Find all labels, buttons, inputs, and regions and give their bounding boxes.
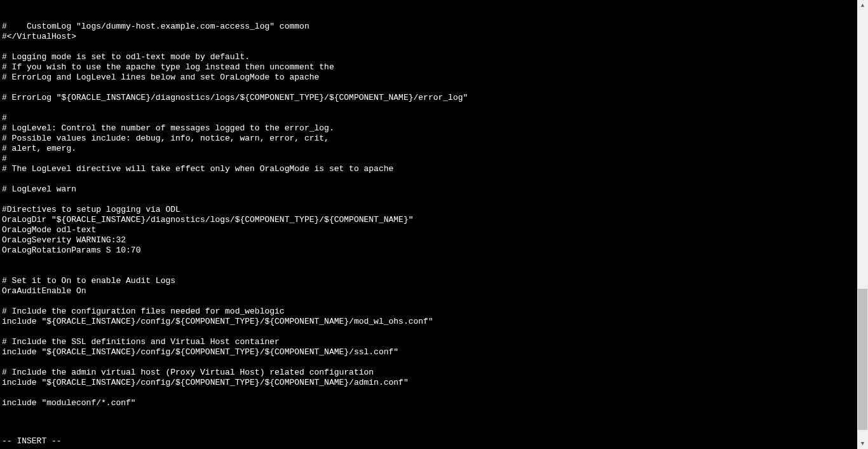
file-line: # LogLevel warn [2, 184, 855, 195]
terminal-viewport[interactable]: # CustomLog "logs/dummy-host.example.com… [0, 0, 857, 449]
file-line: # The LogLevel directive will take effec… [2, 164, 855, 174]
file-line [2, 266, 855, 276]
file-line [2, 418, 855, 429]
file-line: OraAuditEnable On [2, 286, 855, 296]
file-line [2, 327, 855, 337]
file-line [2, 256, 855, 266]
file-line: # LogLevel: Control the number of messag… [2, 123, 855, 134]
file-line: # If you wish to use the apache type log… [2, 62, 855, 73]
file-line: # alert, emerg. [2, 144, 855, 154]
file-line [2, 357, 855, 368]
file-line: OraLogDir "${ORACLE_INSTANCE}/diagnostic… [2, 215, 855, 225]
file-line: # ErrorLog "${ORACLE_INSTANCE}/diagnosti… [2, 93, 855, 103]
file-line [2, 388, 855, 398]
scroll-track[interactable] [857, 11, 868, 438]
file-line: #</VirtualHost> [2, 32, 855, 42]
file-line: # ErrorLog and LogLevel lines below and … [2, 73, 855, 83]
file-line [2, 408, 855, 418]
file-content: # CustomLog "logs/dummy-host.example.com… [2, 22, 855, 429]
file-line: #Directives to setup logging via ODL [2, 205, 855, 215]
file-line: # Possible values include: debug, info, … [2, 134, 855, 144]
file-line: # [2, 113, 855, 123]
file-line [2, 42, 855, 52]
file-line [2, 103, 855, 113]
file-line: # Include the configuration files needed… [2, 307, 855, 317]
file-line: include "${ORACLE_INSTANCE}/config/${COM… [2, 317, 855, 327]
file-line: # [2, 154, 855, 164]
file-line: OraLogRotationParams S 10:70 [2, 245, 855, 256]
file-line: # Include the SSL definitions and Virtua… [2, 337, 855, 347]
vim-status-line: -- INSERT -- [2, 436, 62, 446]
file-line [2, 296, 855, 307]
file-line [2, 195, 855, 205]
file-line [2, 83, 855, 93]
file-line: # Include the admin virtual host (Proxy … [2, 368, 855, 378]
scroll-up-arrow[interactable]: ▲ [857, 0, 868, 11]
scroll-down-arrow[interactable]: ▼ [857, 438, 868, 449]
file-line: include "${ORACLE_INSTANCE}/config/${COM… [2, 378, 855, 388]
file-line: OraLogSeverity WARNING:32 [2, 235, 855, 245]
vertical-scrollbar[interactable]: ▲ ▼ [857, 0, 868, 449]
file-line: include "moduleconf/*.conf" [2, 398, 855, 408]
file-line: # Set it to On to enable Audit Logs [2, 276, 855, 286]
file-line: OraLogMode odl-text [2, 225, 855, 235]
scroll-thumb[interactable] [858, 289, 867, 430]
file-line [2, 174, 855, 184]
file-line: include "${ORACLE_INSTANCE}/config/${COM… [2, 347, 855, 357]
file-line: # CustomLog "logs/dummy-host.example.com… [2, 22, 855, 32]
file-line: # Logging mode is set to odl-text mode b… [2, 52, 855, 62]
